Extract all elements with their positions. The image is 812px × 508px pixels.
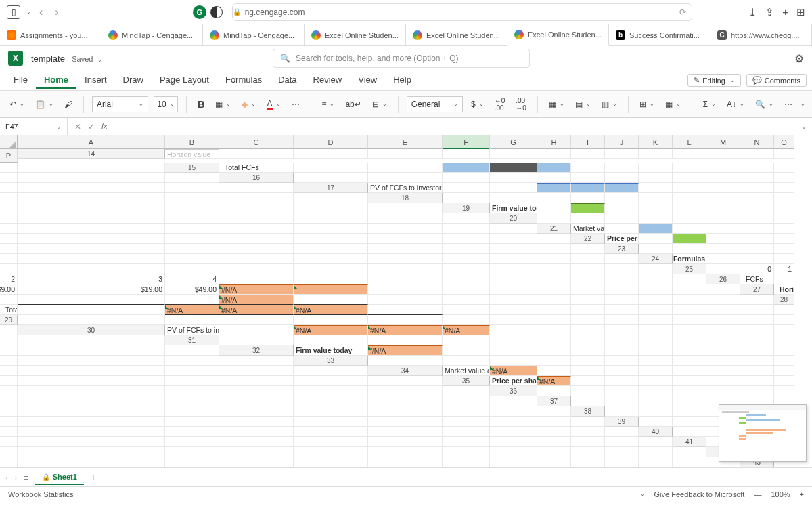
cell[interactable]	[639, 183, 673, 193]
cell[interactable]	[605, 457, 639, 467]
all-sheets-icon[interactable]: ≡	[24, 473, 28, 482]
cell[interactable]	[706, 376, 740, 386]
cell[interactable]	[639, 315, 673, 325]
cell[interactable]	[219, 244, 294, 254]
cell[interactable]	[774, 325, 794, 335]
cell[interactable]	[219, 234, 294, 244]
browser-tab[interactable]: Excel Online Studen...	[406, 24, 508, 45]
cell[interactable]	[443, 224, 490, 234]
cell[interactable]: 3	[18, 274, 165, 284]
row-header[interactable]: 25	[673, 264, 706, 274]
row-header[interactable]: 29	[0, 315, 18, 325]
back-button[interactable]: ‹	[35, 6, 47, 18]
column-header[interactable]: P	[0, 149, 18, 163]
cell[interactable]	[18, 406, 165, 417]
cell[interactable]	[605, 437, 639, 447]
privacy-shield-icon[interactable]	[210, 6, 223, 18]
tabs-overview-icon[interactable]: ⊞	[796, 6, 805, 18]
cell[interactable]	[605, 203, 639, 213]
cell[interactable]	[673, 417, 706, 427]
minimap-preview[interactable]	[719, 404, 807, 462]
cell[interactable]	[0, 356, 18, 366]
cell[interactable]	[443, 295, 490, 305]
cell[interactable]	[368, 386, 443, 396]
cell[interactable]	[0, 427, 18, 437]
cell[interactable]: 1	[774, 264, 794, 274]
cell[interactable]	[774, 356, 794, 366]
cell[interactable]	[443, 447, 490, 457]
cell[interactable]	[368, 274, 443, 284]
cell[interactable]	[219, 264, 294, 274]
new-tab-icon[interactable]: +	[782, 6, 788, 18]
cell[interactable]	[673, 457, 706, 467]
cell[interactable]	[165, 417, 219, 427]
cell[interactable]	[740, 193, 774, 203]
cell[interactable]	[368, 315, 443, 325]
cell[interactable]	[368, 254, 443, 264]
cell[interactable]	[774, 213, 794, 224]
cell[interactable]	[0, 254, 18, 264]
cell[interactable]	[165, 295, 219, 305]
column-header[interactable]: H	[537, 135, 571, 149]
cell[interactable]	[490, 417, 537, 427]
cell[interactable]	[639, 193, 673, 203]
cell[interactable]	[0, 224, 18, 234]
cell[interactable]	[605, 295, 639, 305]
cell[interactable]	[605, 427, 639, 437]
cell[interactable]	[368, 457, 443, 467]
cell[interactable]	[443, 234, 490, 244]
cell[interactable]	[740, 244, 774, 254]
cell[interactable]	[740, 183, 774, 193]
cell[interactable]	[571, 396, 605, 406]
cell[interactable]	[537, 254, 571, 264]
cell[interactable]	[294, 193, 368, 203]
cell[interactable]	[639, 335, 673, 345]
cell[interactable]	[571, 173, 605, 183]
font-name-select[interactable]: Arial⌄	[92, 96, 148, 112]
menu-data[interactable]: Data	[270, 72, 304, 89]
cell[interactable]	[18, 447, 165, 457]
cell[interactable]	[443, 213, 490, 224]
feedback-button[interactable]: Give Feedback to Microsoft	[654, 490, 745, 499]
chevron-down-icon[interactable]: ⌄	[26, 9, 31, 15]
cell[interactable]	[18, 305, 165, 315]
cell[interactable]: Horizon value	[774, 284, 794, 295]
cell[interactable]	[443, 345, 490, 356]
column-header[interactable]: M	[706, 135, 740, 149]
cell[interactable]	[165, 386, 219, 396]
workbook-stats-button[interactable]: Workbook Statistics	[8, 490, 73, 499]
cell[interactable]	[639, 386, 673, 396]
cell[interactable]	[294, 173, 368, 183]
cell[interactable]	[706, 173, 740, 183]
cell[interactable]	[605, 305, 639, 315]
cell[interactable]	[18, 335, 165, 345]
browser-tab[interactable]: MindTap - Cengage...	[203, 24, 304, 45]
cell[interactable]	[706, 315, 740, 325]
cell[interactable]	[639, 284, 673, 295]
cell[interactable]: Market value of equity, MVEquity	[571, 224, 605, 234]
row-header[interactable]: 30	[18, 325, 165, 335]
cell[interactable]	[294, 234, 368, 244]
cell[interactable]	[0, 366, 18, 376]
cell[interactable]: PV of FCFs to investors	[165, 325, 219, 335]
fill-color-button[interactable]: ◆⌄	[239, 98, 258, 110]
cell[interactable]	[443, 244, 490, 254]
cell[interactable]	[774, 224, 794, 234]
cell[interactable]	[443, 315, 490, 325]
cell[interactable]	[639, 447, 673, 457]
cell[interactable]	[18, 437, 165, 447]
cell[interactable]	[165, 254, 219, 264]
cell[interactable]	[740, 163, 774, 173]
cell[interactable]	[490, 264, 537, 274]
cell[interactable]: #N/A	[294, 325, 368, 335]
cell[interactable]	[740, 315, 774, 325]
cell[interactable]	[673, 366, 706, 376]
cell[interactable]	[368, 149, 443, 159]
font-color-button[interactable]: A⌄	[264, 98, 283, 111]
chevron-down-icon[interactable]: ⌄	[97, 57, 102, 63]
cell[interactable]	[219, 254, 294, 264]
insert-cells-button[interactable]: ⊞⌄	[637, 98, 657, 110]
cell[interactable]	[443, 396, 490, 406]
menu-help[interactable]: Help	[385, 72, 420, 89]
cell[interactable]	[294, 315, 368, 325]
